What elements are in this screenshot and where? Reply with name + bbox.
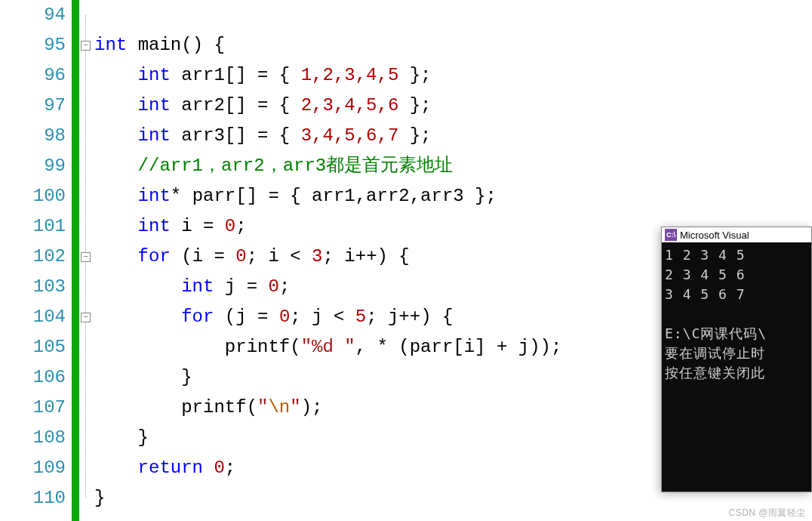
line-number: 108 — [0, 423, 66, 453]
output-row: 1 2 3 4 5 — [665, 247, 746, 263]
line-number: 105 — [0, 332, 66, 362]
identifier-main: main — [138, 35, 182, 55]
line-number: 98 — [0, 121, 66, 151]
code-line[interactable]: int arr2[] = { 2,3,4,5,6 }; — [94, 91, 812, 121]
output-msg: 要在调试停止时 — [665, 345, 765, 361]
line-number: 99 — [0, 151, 66, 181]
output-path: E:\C网课代码\ — [665, 325, 767, 341]
line-number: 95 — [0, 30, 66, 60]
code-line[interactable]: //arr1，arr2，arr3都是首元素地址 — [94, 151, 812, 181]
output-row: 3 4 5 6 7 — [665, 286, 746, 302]
output-msg: 按任意键关闭此 — [665, 365, 765, 381]
fold-toggle-icon[interactable]: − — [81, 41, 91, 51]
line-number: 94 — [0, 0, 66, 30]
vs-icon: C:\ — [665, 229, 677, 241]
line-number: 107 — [0, 393, 66, 423]
line-gutter: 94 95 96 97 98 99 100 101 102 103 104 10… — [0, 0, 72, 521]
line-number: 104 — [0, 302, 66, 332]
fold-toggle-icon[interactable]: − — [81, 313, 91, 322]
code-line[interactable]: int* parr[] = { arr1,arr2,arr3 }; — [94, 181, 812, 211]
code-line[interactable]: int main() { — [94, 30, 812, 60]
code-line[interactable]: int arr1[] = { 1,2,3,4,5 }; — [94, 60, 812, 91]
line-number: 96 — [0, 60, 66, 91]
line-number: 101 — [0, 211, 66, 242]
watermark: CSDN @雨翼轻尘 — [728, 507, 806, 519]
line-number: 109 — [0, 453, 66, 483]
line-number: 97 — [0, 91, 66, 121]
console-title-text: Microsoft Visual — [680, 230, 749, 241]
fold-column: − − − — [79, 0, 94, 521]
code-line[interactable]: int arr3[] = { 3,4,5,6,7 }; — [94, 121, 812, 151]
keyword-int: int — [94, 35, 127, 55]
line-number: 103 — [0, 272, 66, 302]
console-titlebar[interactable]: C:\ Microsoft Visual — [662, 227, 811, 242]
fold-toggle-icon[interactable]: − — [81, 252, 91, 262]
output-row: 2 3 4 5 6 — [665, 267, 746, 282]
line-number: 102 — [0, 242, 66, 272]
line-number: 110 — [0, 483, 66, 513]
line-number: 100 — [0, 181, 66, 211]
console-output: 1 2 3 4 5 2 3 4 5 6 3 4 5 6 7 E:\C网课代码\ … — [662, 242, 811, 492]
comment: //arr1，arr2，arr3都是首元素地址 — [138, 156, 454, 176]
change-indicator — [72, 0, 79, 521]
console-window[interactable]: C:\ Microsoft Visual 1 2 3 4 5 2 3 4 5 6… — [661, 227, 812, 492]
line-number: 106 — [0, 362, 66, 393]
code-line[interactable] — [94, 0, 812, 30]
